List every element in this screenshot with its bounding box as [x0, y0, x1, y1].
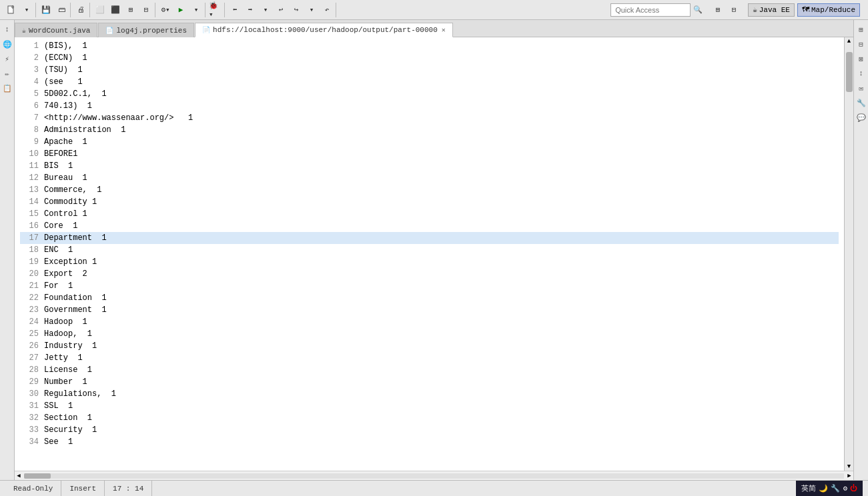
line-text-4: (see 1 [44, 77, 83, 87]
map-reduce-label: Map/Reduce [811, 6, 855, 14]
tab-wordcount[interactable]: ☕ WordCount.java [15, 23, 97, 37]
tool1-button[interactable]: ⬜ [93, 3, 107, 17]
settings-button[interactable]: ⚙▾ [158, 3, 173, 17]
save-button[interactable]: 💾 [39, 3, 53, 17]
run-dropdown[interactable]: ▾ [189, 3, 203, 17]
log4j-tab-icon: 📄 [105, 27, 113, 35]
line-text-16: Core 1 [44, 221, 77, 231]
line-number-23: 23 [20, 304, 39, 316]
quick-access-search[interactable]: 🔍 [691, 3, 705, 17]
right-icon-7[interactable]: 💬 [855, 111, 868, 124]
code-line-20: 20Export 2 [20, 268, 839, 280]
scroll-down-arrow[interactable]: ▼ [845, 463, 853, 471]
line-number-9: 9 [20, 136, 39, 148]
java-ee-perspective[interactable]: ☕ Java EE [748, 3, 795, 17]
line-number-3: 3 [20, 64, 39, 76]
perspective-layout-button[interactable]: ⊟ [727, 3, 741, 17]
scroll-left-arrow[interactable]: ◀ [15, 472, 23, 479]
code-line-12: 12Bureau 1 [20, 172, 839, 184]
right-icon-1[interactable]: ⊞ [855, 23, 868, 36]
horizontal-scrollbar-thumb[interactable] [24, 473, 51, 479]
line-text-31: SSL 1 [44, 401, 73, 411]
run-button[interactable]: ▶ [173, 3, 188, 17]
line-number-14: 14 [20, 196, 39, 208]
quick-access-input[interactable] [610, 3, 691, 17]
right-icon-6[interactable]: 🔧 [855, 96, 868, 109]
horizontal-scrollbar-track[interactable] [24, 473, 844, 479]
line-text-22: Foundation 1 [44, 293, 107, 303]
save-all-button[interactable]: 🗃 [54, 3, 69, 17]
line-number-25: 25 [20, 328, 39, 340]
nav-group: ⬅ ➡ ▾ ↩ ↪ ▾ ↶ [226, 3, 336, 17]
status-insert: Insert [61, 481, 105, 496]
line-text-1: (BIS), 1 [44, 41, 87, 51]
left-icon-1[interactable]: ↕ [1, 23, 14, 36]
perspective-area: ☕ Java EE 🗺 Map/Reduce [743, 3, 865, 17]
line-text-21: For 1 [44, 281, 73, 291]
hdfs-tab-close[interactable]: ✕ [442, 26, 446, 34]
left-icon-5[interactable]: 📋 [1, 81, 14, 95]
code-line-4: 4(see 1 [20, 76, 839, 88]
nav-extra[interactable]: ↩ [274, 3, 288, 17]
status-readonly: Read-Only [5, 481, 61, 496]
open-perspective-button[interactable]: ⊞ [711, 3, 725, 17]
line-text-14: Commodity 1 [44, 197, 97, 207]
new-button[interactable] [4, 3, 19, 17]
tool3-button[interactable]: ⊞ [123, 3, 138, 17]
horizontal-scrollbar-area[interactable]: ◀ ▶ [15, 471, 853, 480]
right-sidebar: ⊞ ⊟ ⊠ ↕ ✉ 🔧 💬 [853, 20, 868, 480]
print-button[interactable]: 🖨 [73, 3, 88, 17]
right-icon-5[interactable]: ✉ [855, 81, 868, 95]
line-number-6: 6 [20, 100, 39, 112]
wrench-icon: 🔧 [831, 484, 840, 493]
line-number-1: 1 [20, 40, 39, 52]
code-editor[interactable]: 1(BIS), 12(ECCN) 13(TSU) 14(see 155D002.… [15, 37, 844, 471]
code-line-16: 16Core 1 [20, 220, 839, 232]
code-line-3: 3(TSU) 1 [20, 64, 839, 76]
tool2-button[interactable]: ⬛ [108, 3, 123, 17]
vertical-scrollbar[interactable]: ▲ ▼ [844, 37, 853, 471]
forward-button[interactable]: ➡ [243, 3, 258, 17]
print-group: 🖨 [72, 3, 90, 17]
line-text-33: Security 1 [44, 425, 97, 435]
code-line-18: 18ENC 1 [20, 244, 839, 256]
back-button[interactable]: ⬅ [228, 3, 242, 17]
left-sidebar: ↕ 🌐 ⚡ ✏ 📋 [0, 20, 15, 480]
tab-hdfs[interactable]: 📄 hdfs://localhost:9000/user/hadoop/outp… [195, 23, 453, 37]
tool4-button[interactable]: ⊟ [139, 3, 153, 17]
line-text-20: Export 2 [44, 269, 87, 279]
left-icon-3[interactable]: ⚡ [1, 52, 14, 65]
code-line-7: 7<http://www.wassenaar.org/> 1 [20, 112, 839, 124]
scroll-up-arrow[interactable]: ▲ [845, 37, 853, 45]
nav-dropdown2[interactable]: ▾ [304, 3, 319, 17]
scroll-right-arrow[interactable]: ▶ [845, 472, 853, 479]
line-text-25: Hadoop, 1 [44, 329, 92, 339]
nav-extra2[interactable]: ↪ [289, 3, 304, 17]
scrollbar-thumb[interactable] [846, 52, 853, 92]
left-icon-2[interactable]: 🌐 [1, 37, 14, 51]
code-line-34: 34See 1 [20, 436, 839, 448]
right-icon-3[interactable]: ⊠ [855, 52, 868, 65]
line-number-34: 34 [20, 436, 39, 448]
lang-indicator[interactable]: 英简 [801, 483, 816, 493]
debug-button[interactable]: 🐞▾ [208, 3, 223, 17]
left-icon-4[interactable]: ✏ [1, 67, 14, 80]
nav-dropdown[interactable]: ▾ [258, 3, 273, 17]
map-reduce-perspective[interactable]: 🗺 Map/Reduce [797, 3, 860, 17]
scrollbar-track[interactable] [845, 45, 853, 463]
dropdown-new-button[interactable]: ▾ [19, 3, 34, 17]
line-number-31: 31 [20, 400, 39, 412]
right-icon-2[interactable]: ⊟ [855, 37, 868, 51]
save-toolbar-group: 💾 🗃 [37, 3, 71, 17]
tab-log4j[interactable]: 📄 log4j.properties [98, 23, 194, 37]
line-text-6: 740.13) 1 [44, 101, 92, 111]
code-line-30: 30Regulations, 1 [20, 388, 839, 400]
line-text-12: Bureau 1 [44, 173, 87, 183]
line-text-23: Government 1 [44, 305, 107, 315]
right-icon-4[interactable]: ↕ [855, 67, 868, 80]
line-number-20: 20 [20, 268, 39, 280]
code-line-32: 32Section 1 [20, 412, 839, 424]
line-number-11: 11 [20, 160, 39, 172]
nav-back2[interactable]: ↶ [320, 3, 334, 17]
line-text-18: ENC 1 [44, 245, 73, 255]
